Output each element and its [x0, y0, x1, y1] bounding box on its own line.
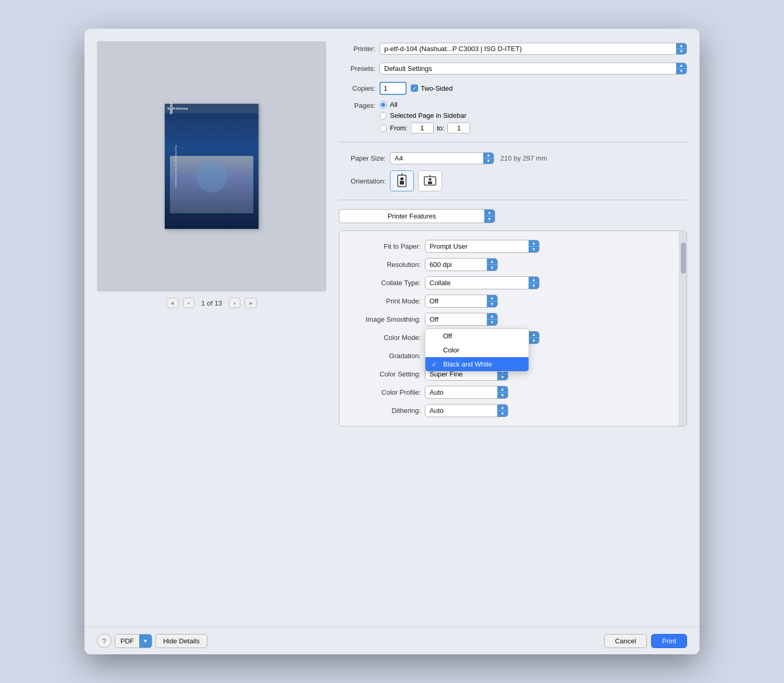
section-select[interactable]: Printer Features ▲ ▼	[339, 209, 495, 223]
dithering-select[interactable]: Auto ▲ ▼	[425, 404, 508, 417]
section-stepper[interactable]: ▲ ▼	[484, 210, 495, 223]
color-mode-stepper-down[interactable]: ▼	[529, 338, 539, 344]
pdf-dropdown-button[interactable]: ▼	[139, 635, 152, 648]
dithering-stepper-up[interactable]: ▲	[497, 405, 508, 411]
print-button[interactable]: Print	[651, 634, 687, 648]
cancel-button[interactable]: Cancel	[604, 634, 647, 648]
presets-stepper-up[interactable]: ▲	[676, 63, 687, 69]
printer-row: Printer: p-etf-d-104 (Nashuat...P C3003 …	[339, 41, 687, 56]
help-button[interactable]: ?	[97, 633, 112, 648]
color-profile-stepper-down[interactable]: ▼	[497, 393, 508, 398]
printer-label: Printer:	[339, 45, 375, 53]
pdf-button[interactable]: PDF	[115, 635, 139, 648]
image-smoothing-stepper-up[interactable]: ▲	[487, 313, 497, 320]
page-navigation: « ‹ 1 of 13 › »	[166, 298, 257, 308]
color-mode-option-color[interactable]: Color	[425, 343, 529, 357]
hide-details-button[interactable]: Hide Details	[155, 634, 207, 648]
print-mode-stepper[interactable]: ▲ ▼	[487, 295, 497, 307]
resolution-stepper-down[interactable]: ▼	[487, 265, 497, 271]
color-mode-option-bw[interactable]: ✓ Black and White	[425, 357, 529, 371]
pages-all-row[interactable]: All	[379, 101, 470, 108]
next-page-button[interactable]: ›	[229, 298, 240, 308]
pages-selected-radio[interactable]	[379, 112, 387, 119]
fit-to-paper-stepper-up[interactable]: ▲	[529, 240, 539, 247]
copies-input[interactable]: 1	[379, 82, 407, 95]
dithering-stepper[interactable]: ▲ ▼	[497, 405, 508, 417]
collate-type-select[interactable]: Collate ▲ ▼	[425, 276, 540, 289]
resolution-label: Resolution:	[348, 261, 421, 269]
color-profile-stepper-up[interactable]: ▲	[497, 386, 508, 393]
resolution-stepper[interactable]: ▲ ▼	[487, 259, 497, 271]
printer-select[interactable]: p-etf-d-104 (Nashuat...P C3003 | ISG D-I…	[379, 43, 687, 55]
print-mode-stepper-down[interactable]: ▼	[487, 301, 497, 307]
color-mode-option-off[interactable]: Off	[425, 329, 529, 343]
color-mode-option-color-label: Color	[443, 346, 459, 354]
presets-stepper-down[interactable]: ▼	[676, 69, 687, 74]
color-profile-select[interactable]: Auto ▲ ▼	[425, 386, 508, 399]
first-page-button[interactable]: «	[166, 298, 179, 308]
color-mode-stepper-up[interactable]: ▲	[529, 332, 539, 338]
copies-row: Copies: 1 ✓ Two-Sided	[339, 81, 687, 95]
collate-type-value: Collate	[425, 277, 529, 289]
pdf-dropdown-arrow: ▼	[143, 638, 148, 644]
color-mode-option-bw-label: Black and White	[443, 360, 492, 368]
pages-from-radio[interactable]	[379, 125, 387, 132]
print-mode-select[interactable]: Off ▲ ▼	[425, 295, 498, 308]
color-setting-stepper-down[interactable]: ▼	[497, 374, 508, 380]
pages-from-input[interactable]: 1	[411, 123, 434, 133]
paper-size-value: A4	[390, 153, 483, 164]
pages-row: Pages: All Selected Page in Sidebar	[339, 101, 687, 133]
last-page-button[interactable]: »	[244, 298, 257, 308]
fit-to-paper-stepper[interactable]: ▲ ▼	[529, 240, 539, 252]
printer-stepper[interactable]: ▲ ▼	[676, 43, 687, 54]
two-sided-wrapper: ✓ Two-Sided	[411, 84, 452, 92]
presets-select[interactable]: Default Settings ▲ ▼	[379, 63, 687, 75]
image-smoothing-stepper-down[interactable]: ▼	[487, 320, 497, 325]
portrait-orientation-button[interactable]	[390, 170, 414, 191]
pages-all-radio-inner	[381, 103, 385, 107]
pages-all-label: All	[390, 101, 397, 108]
collate-type-row: Collate Type: Collate ▲ ▼	[339, 274, 687, 292]
scrollbar[interactable]	[679, 231, 687, 426]
pages-selected-label: Selected Page in Sidebar	[390, 112, 467, 119]
fit-to-paper-select[interactable]: Prompt User ▲ ▼	[425, 240, 540, 253]
presets-value: Default Settings	[380, 63, 676, 74]
color-profile-stepper[interactable]: ▲ ▼	[497, 386, 508, 398]
color-setting-label: Color Setting:	[348, 370, 421, 378]
paper-size-stepper-up[interactable]: ▲	[483, 153, 494, 158]
color-profile-value: Auto	[425, 386, 497, 398]
color-mode-dropdown[interactable]: Off Color ✓ Black and White	[425, 328, 529, 372]
print-mode-stepper-up[interactable]: ▲	[487, 295, 497, 301]
fit-to-paper-stepper-down[interactable]: ▼	[529, 247, 539, 252]
section-stepper-down[interactable]: ▼	[484, 216, 495, 223]
resolution-select[interactable]: 600 dpi ▲ ▼	[425, 258, 498, 271]
pages-selected-row[interactable]: Selected Page in Sidebar	[379, 112, 470, 119]
paper-size-row: Paper Size: A4 ▲ ▼ 210 by 297 mm	[339, 151, 687, 165]
two-sided-checkbox[interactable]: ✓	[411, 84, 418, 92]
print-dialog: WLAN Schulung Einführung in das WLAN Net…	[84, 29, 700, 654]
resolution-stepper-up[interactable]: ▲	[487, 259, 497, 265]
color-mode-stepper[interactable]: ▲ ▼	[529, 332, 539, 344]
section-stepper-up[interactable]: ▲	[484, 210, 495, 216]
printer-stepper-up[interactable]: ▲	[676, 43, 687, 49]
dithering-stepper-down[interactable]: ▼	[497, 411, 508, 417]
pages-all-radio[interactable]	[379, 101, 387, 108]
paper-size-stepper-down[interactable]: ▼	[483, 158, 494, 164]
collate-type-stepper-down[interactable]: ▼	[529, 283, 539, 289]
pdf-button-group: PDF ▼	[115, 634, 152, 648]
paper-size-stepper[interactable]: ▲ ▼	[483, 153, 494, 164]
prev-page-button[interactable]: ‹	[183, 298, 194, 308]
printer-value: p-etf-d-104 (Nashuat...P C3003 | ISG D-I…	[380, 43, 676, 54]
printer-features-box: Fit to Paper: Prompt User ▲ ▼ Resolution…	[339, 230, 687, 426]
paper-size-select[interactable]: A4 ▲ ▼	[390, 152, 494, 164]
printer-stepper-down[interactable]: ▼	[676, 49, 687, 54]
presets-stepper[interactable]: ▲ ▼	[676, 63, 687, 74]
image-smoothing-stepper[interactable]: ▲ ▼	[487, 313, 497, 325]
scrollbar-thumb[interactable]	[681, 242, 686, 274]
collate-type-stepper[interactable]: ▲ ▼	[529, 277, 539, 289]
pages-to-input[interactable]: 1	[447, 123, 470, 133]
landscape-orientation-button[interactable]	[418, 170, 442, 191]
collate-type-stepper-up[interactable]: ▲	[529, 277, 539, 283]
image-smoothing-select[interactable]: Off ▲ ▼	[425, 313, 498, 326]
color-mode-option-bw-checkmark: ✓	[432, 361, 440, 368]
